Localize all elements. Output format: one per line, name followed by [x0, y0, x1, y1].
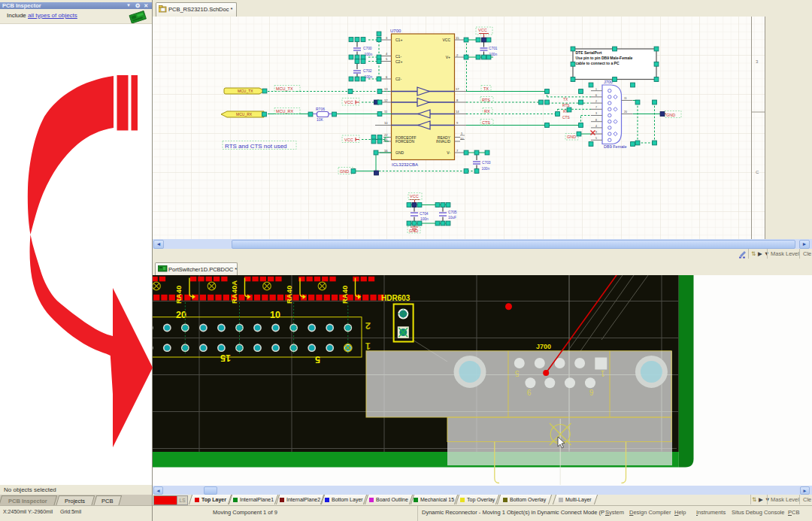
svg-text:6: 6: [595, 94, 597, 97]
svg-text:GND: GND: [340, 169, 349, 174]
svg-text:20: 20: [624, 111, 627, 114]
svg-text:100n: 100n: [482, 167, 490, 171]
svg-text:RA40: RA40: [174, 286, 183, 304]
svg-text:TX: TX: [563, 98, 568, 101]
svg-text:9: 9: [595, 131, 597, 134]
svg-text:V-: V-: [447, 150, 450, 155]
svg-text:C705: C705: [448, 211, 457, 214]
svg-text:10: 10: [384, 121, 388, 125]
svg-text:J700: J700: [536, 343, 551, 350]
svg-text:20: 20: [176, 310, 186, 320]
svg-text:RX: RX: [484, 109, 490, 114]
svg-text:RTS: RTS: [562, 104, 570, 108]
svg-text:1: 1: [365, 341, 371, 352]
svg-text:VCC: VCC: [344, 138, 353, 142]
svg-text:10: 10: [270, 310, 280, 320]
svg-text:C701: C701: [489, 47, 498, 50]
svg-text:C702: C702: [363, 69, 372, 73]
svg-text:ICL3232CBA: ICL3232CBA: [392, 162, 418, 167]
svg-text:9: 9: [527, 388, 532, 396]
svg-text:10: 10: [460, 137, 464, 141]
svg-text:C700: C700: [363, 47, 372, 50]
svg-text:cable to connect to a PC: cable to connect to a PC: [576, 61, 620, 65]
svg-text:VCC: VCC: [344, 100, 353, 105]
svg-text:C703: C703: [482, 161, 491, 165]
svg-text:13: 13: [384, 87, 388, 91]
svg-text:FORCEON: FORCEON: [395, 139, 414, 144]
svg-text:22: 22: [384, 133, 388, 137]
svg-text:100n: 100n: [420, 217, 429, 221]
svg-text:2: 2: [365, 320, 371, 332]
svg-text:C: C: [756, 170, 759, 174]
svg-text:CTS: CTS: [562, 116, 570, 120]
svg-text:MCU_TX: MCU_TX: [238, 89, 253, 93]
svg-text:7: 7: [595, 106, 597, 109]
svg-text:10uF: 10uF: [448, 216, 456, 220]
svg-text:RA40: RA40: [285, 286, 293, 304]
svg-text:1: 1: [595, 88, 597, 91]
svg-text:8: 8: [595, 119, 597, 122]
svg-text:12: 12: [384, 98, 388, 102]
svg-text:5: 5: [515, 369, 520, 377]
svg-text:GND: GND: [666, 113, 675, 117]
svg-text:RA40: RA40: [341, 286, 349, 304]
svg-text:VCC: VCC: [410, 194, 419, 198]
svg-text:GND: GND: [567, 135, 576, 139]
svg-text:RTS: RTS: [482, 98, 490, 102]
svg-text:C2+: C2+: [395, 59, 402, 64]
svg-text:5: 5: [595, 137, 597, 140]
svg-text:2: 2: [595, 100, 597, 103]
svg-text:V+: V+: [446, 55, 450, 59]
svg-text:VCC: VCC: [478, 28, 487, 32]
svg-text:C2-: C2-: [395, 77, 401, 81]
svg-text:R706: R706: [316, 107, 325, 111]
svg-text:5: 5: [315, 354, 320, 365]
svg-text:GND: GND: [395, 150, 404, 155]
svg-text:Use pin to pin DB9 Male-Female: Use pin to pin DB9 Male-Female: [576, 56, 633, 60]
svg-text:10K: 10K: [317, 117, 324, 122]
svg-text:INVALID: INVALID: [436, 139, 450, 144]
svg-text:HDR603: HDR603: [381, 294, 411, 302]
svg-text:RTS and CTS not used: RTS and CTS not used: [225, 143, 287, 150]
svg-text:DB9 Female: DB9 Female: [604, 144, 627, 149]
svg-text:J700: J700: [604, 80, 613, 84]
svg-text:1: 1: [601, 369, 605, 377]
svg-text:MCU_TX: MCU_TX: [276, 86, 293, 91]
svg-text:6: 6: [589, 388, 594, 396]
svg-text:14: 14: [456, 110, 459, 114]
svg-text:17: 17: [456, 87, 459, 91]
svg-text:VCC: VCC: [442, 38, 450, 42]
svg-text:C704: C704: [420, 212, 429, 216]
svg-text:15: 15: [456, 36, 459, 40]
svg-text:16: 16: [384, 149, 388, 153]
svg-text:U700: U700: [390, 29, 401, 33]
svg-text:C1-: C1-: [395, 54, 401, 59]
svg-text:MCU_RX: MCU_RX: [276, 109, 294, 114]
svg-text:DTE SerialPort: DTE SerialPort: [576, 50, 602, 55]
svg-text:RA40A: RA40A: [230, 280, 238, 304]
svg-text:4: 4: [595, 125, 597, 128]
svg-text:CTS: CTS: [482, 120, 490, 125]
svg-text:11: 11: [624, 97, 627, 100]
svg-text:15: 15: [220, 353, 231, 363]
svg-text:MCU_RX: MCU_RX: [236, 112, 253, 117]
svg-text:TX: TX: [483, 86, 489, 91]
svg-text:3: 3: [595, 112, 597, 115]
svg-text:C1+: C1+: [395, 38, 402, 42]
